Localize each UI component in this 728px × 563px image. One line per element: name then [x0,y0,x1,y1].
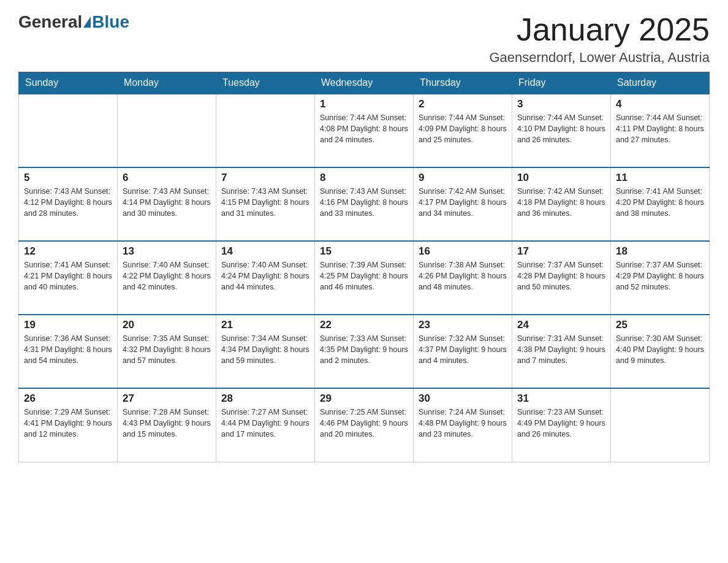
day-info: Sunrise: 7:43 AM Sunset: 4:14 PM Dayligh… [123,186,211,219]
day-number: 1 [320,98,408,110]
calendar-cell: 20Sunrise: 7:35 AM Sunset: 4:32 PM Dayli… [118,315,216,388]
day-number: 19 [24,319,112,331]
calendar-cell: 6Sunrise: 7:43 AM Sunset: 4:14 PM Daylig… [118,167,216,241]
calendar-cell [118,94,216,167]
day-number: 16 [419,245,507,258]
day-info: Sunrise: 7:42 AM Sunset: 4:17 PM Dayligh… [419,186,507,219]
day-info: Sunrise: 7:44 AM Sunset: 4:10 PM Dayligh… [517,112,605,145]
day-number: 28 [221,393,309,405]
day-number: 25 [616,319,704,331]
logo-triangle-icon [83,17,91,28]
location-subtitle: Gaenserndorf, Lower Austria, Austria [489,50,710,66]
day-info: Sunrise: 7:44 AM Sunset: 4:08 PM Dayligh… [320,112,408,145]
day-info: Sunrise: 7:25 AM Sunset: 4:46 PM Dayligh… [320,407,408,440]
day-info: Sunrise: 7:32 AM Sunset: 4:37 PM Dayligh… [419,333,507,366]
day-info: Sunrise: 7:42 AM Sunset: 4:18 PM Dayligh… [517,186,605,219]
day-of-week-header: Wednesday [315,72,414,94]
day-number: 5 [24,172,112,184]
calendar-header-row: SundayMondayTuesdayWednesdayThursdayFrid… [19,72,710,94]
day-of-week-header: Monday [118,72,216,94]
day-number: 2 [419,98,507,110]
day-info: Sunrise: 7:36 AM Sunset: 4:31 PM Dayligh… [24,333,112,366]
day-info: Sunrise: 7:30 AM Sunset: 4:40 PM Dayligh… [616,333,704,366]
day-number: 21 [221,319,309,331]
day-info: Sunrise: 7:23 AM Sunset: 4:49 PM Dayligh… [517,407,605,440]
day-number: 12 [24,245,112,258]
day-info: Sunrise: 7:39 AM Sunset: 4:25 PM Dayligh… [320,259,408,293]
logo-general-text: General [18,12,82,32]
day-info: Sunrise: 7:34 AM Sunset: 4:34 PM Dayligh… [221,333,309,366]
title-block: January 2025 Gaenserndorf, Lower Austria… [489,12,710,66]
calendar-cell: 14Sunrise: 7:40 AM Sunset: 4:24 PM Dayli… [216,241,315,315]
day-number: 14 [221,245,309,258]
calendar-cell: 22Sunrise: 7:33 AM Sunset: 4:35 PM Dayli… [315,315,414,388]
page-header: General Blue January 2025 Gaenserndorf, … [18,12,710,66]
logo: General Blue [18,12,129,32]
calendar-cell: 23Sunrise: 7:32 AM Sunset: 4:37 PM Dayli… [414,315,512,388]
day-info: Sunrise: 7:31 AM Sunset: 4:38 PM Dayligh… [517,333,605,366]
calendar-cell [611,388,710,462]
day-number: 26 [24,393,112,405]
day-number: 29 [320,393,408,405]
day-info: Sunrise: 7:41 AM Sunset: 4:20 PM Dayligh… [616,186,704,219]
day-info: Sunrise: 7:43 AM Sunset: 4:15 PM Dayligh… [221,186,309,219]
calendar-cell: 25Sunrise: 7:30 AM Sunset: 4:40 PM Dayli… [611,315,710,388]
calendar-cell: 12Sunrise: 7:41 AM Sunset: 4:21 PM Dayli… [19,241,118,315]
day-number: 20 [123,319,211,331]
calendar-cell [19,94,118,167]
calendar-cell: 9Sunrise: 7:42 AM Sunset: 4:17 PM Daylig… [414,167,512,241]
day-number: 10 [517,172,605,184]
logo-blue-text: Blue [92,12,129,32]
day-info: Sunrise: 7:33 AM Sunset: 4:35 PM Dayligh… [320,333,408,366]
calendar-week-row: 26Sunrise: 7:29 AM Sunset: 4:41 PM Dayli… [19,388,710,462]
day-number: 23 [419,319,507,331]
calendar-week-row: 12Sunrise: 7:41 AM Sunset: 4:21 PM Dayli… [19,241,710,315]
day-info: Sunrise: 7:37 AM Sunset: 4:29 PM Dayligh… [616,259,704,293]
day-info: Sunrise: 7:37 AM Sunset: 4:28 PM Dayligh… [517,259,605,293]
calendar-cell: 8Sunrise: 7:43 AM Sunset: 4:16 PM Daylig… [315,167,414,241]
calendar-cell: 15Sunrise: 7:39 AM Sunset: 4:25 PM Dayli… [315,241,414,315]
calendar-table: SundayMondayTuesdayWednesdayThursdayFrid… [18,72,710,462]
calendar-cell: 10Sunrise: 7:42 AM Sunset: 4:18 PM Dayli… [512,167,611,241]
day-info: Sunrise: 7:44 AM Sunset: 4:11 PM Dayligh… [616,112,704,145]
day-number: 31 [517,393,605,405]
day-number: 30 [419,393,507,405]
calendar-cell: 31Sunrise: 7:23 AM Sunset: 4:49 PM Dayli… [512,388,611,462]
calendar-week-row: 1Sunrise: 7:44 AM Sunset: 4:08 PM Daylig… [19,94,710,167]
day-number: 3 [517,98,605,110]
day-of-week-header: Thursday [414,72,512,94]
calendar-cell: 18Sunrise: 7:37 AM Sunset: 4:29 PM Dayli… [611,241,710,315]
calendar-week-row: 19Sunrise: 7:36 AM Sunset: 4:31 PM Dayli… [19,315,710,388]
calendar-cell: 30Sunrise: 7:24 AM Sunset: 4:48 PM Dayli… [414,388,512,462]
month-title: January 2025 [489,12,710,47]
day-info: Sunrise: 7:40 AM Sunset: 4:24 PM Dayligh… [221,259,309,293]
day-of-week-header: Saturday [611,72,710,94]
day-number: 18 [616,245,704,258]
day-of-week-header: Tuesday [216,72,315,94]
day-info: Sunrise: 7:44 AM Sunset: 4:09 PM Dayligh… [419,112,507,145]
day-number: 15 [320,245,408,258]
day-info: Sunrise: 7:43 AM Sunset: 4:12 PM Dayligh… [24,186,112,219]
day-info: Sunrise: 7:27 AM Sunset: 4:44 PM Dayligh… [221,407,309,440]
calendar-cell: 19Sunrise: 7:36 AM Sunset: 4:31 PM Dayli… [19,315,118,388]
calendar-cell: 5Sunrise: 7:43 AM Sunset: 4:12 PM Daylig… [19,167,118,241]
calendar-cell: 1Sunrise: 7:44 AM Sunset: 4:08 PM Daylig… [315,94,414,167]
day-info: Sunrise: 7:24 AM Sunset: 4:48 PM Dayligh… [419,407,507,440]
calendar-cell: 29Sunrise: 7:25 AM Sunset: 4:46 PM Dayli… [315,388,414,462]
calendar-cell: 13Sunrise: 7:40 AM Sunset: 4:22 PM Dayli… [118,241,216,315]
calendar-cell: 4Sunrise: 7:44 AM Sunset: 4:11 PM Daylig… [611,94,710,167]
calendar-cell: 2Sunrise: 7:44 AM Sunset: 4:09 PM Daylig… [414,94,512,167]
calendar-week-row: 5Sunrise: 7:43 AM Sunset: 4:12 PM Daylig… [19,167,710,241]
day-info: Sunrise: 7:38 AM Sunset: 4:26 PM Dayligh… [419,259,507,293]
calendar-cell: 11Sunrise: 7:41 AM Sunset: 4:20 PM Dayli… [611,167,710,241]
day-number: 27 [123,393,211,405]
calendar-cell: 28Sunrise: 7:27 AM Sunset: 4:44 PM Dayli… [216,388,315,462]
day-number: 13 [123,245,211,258]
calendar-cell: 17Sunrise: 7:37 AM Sunset: 4:28 PM Dayli… [512,241,611,315]
day-info: Sunrise: 7:28 AM Sunset: 4:43 PM Dayligh… [123,407,211,440]
day-number: 4 [616,98,704,110]
day-number: 24 [517,319,605,331]
day-info: Sunrise: 7:29 AM Sunset: 4:41 PM Dayligh… [24,407,112,440]
day-info: Sunrise: 7:40 AM Sunset: 4:22 PM Dayligh… [123,259,211,293]
day-info: Sunrise: 7:35 AM Sunset: 4:32 PM Dayligh… [123,333,211,366]
